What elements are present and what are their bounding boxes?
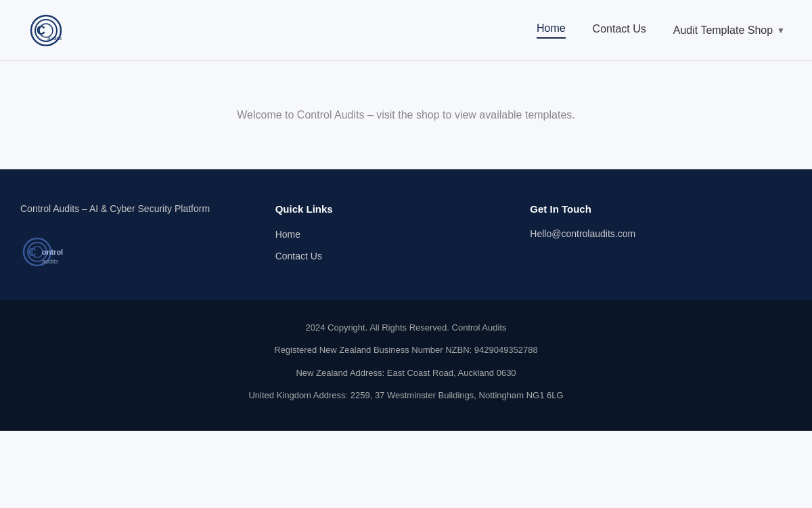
quick-links-list: Home Contact Us (275, 228, 517, 262)
svg-text:ontrol: ontrol (42, 248, 63, 256)
nzbn-text: Registered New Zealand Business Number N… (14, 342, 798, 358)
main-nav: Home Contact Us Audit Template Shop ▼ (537, 22, 785, 39)
welcome-message: Welcome to Control Audits – visit the sh… (237, 109, 575, 121)
list-item: Contact Us (275, 250, 517, 262)
footer-nav-home[interactable]: Home (275, 229, 300, 240)
site-footer: Control Audits – AI & Cyber Security Pla… (0, 169, 812, 431)
footer-logo-icon: C ontrol audits (20, 234, 74, 272)
logo-icon: C audits (27, 10, 68, 51)
footer-top: Control Audits – AI & Cyber Security Pla… (0, 169, 812, 299)
footer-brand-tagline: Control Audits – AI & Cyber Security Pla… (20, 203, 262, 214)
uk-address: United Kingdom Address: 2259, 37 Westmin… (14, 387, 798, 403)
svg-text:C: C (37, 24, 45, 37)
footer-logo: C ontrol audits (20, 234, 262, 272)
nav-home[interactable]: Home (537, 22, 566, 39)
svg-text:audits: audits (47, 35, 62, 41)
footer-contact: Get In Touch Hello@controlaudits.com (530, 203, 771, 272)
nav-shop-dropdown[interactable]: Audit Template Shop ▼ (673, 24, 785, 37)
contact-heading: Get In Touch (530, 203, 771, 215)
svg-text:audits: audits (42, 258, 59, 265)
footer-nav-contact[interactable]: Contact Us (275, 251, 322, 261)
nav-shop-label: Audit Template Shop (673, 24, 773, 37)
site-header: C audits Home Contact Us Audit Template … (0, 0, 812, 61)
list-item: Home (275, 228, 517, 240)
footer-quick-links: Quick Links Home Contact Us (275, 203, 517, 272)
contact-email: Hello@controlaudits.com (530, 228, 771, 239)
nav-contact[interactable]: Contact Us (593, 23, 646, 38)
footer-brand: Control Audits – AI & Cyber Security Pla… (20, 203, 262, 272)
logo-area: C audits (27, 10, 68, 51)
copyright-text: 2024 Copyright. All Rights Reserved. Con… (14, 320, 798, 335)
chevron-down-icon: ▼ (777, 26, 785, 35)
main-content: Welcome to Control Audits – visit the sh… (0, 61, 812, 169)
footer-bottom: 2024 Copyright. All Rights Reserved. Con… (0, 299, 812, 431)
svg-text:C: C (28, 247, 37, 258)
nz-address: New Zealand Address: East Coast Road, Au… (14, 365, 798, 381)
quick-links-heading: Quick Links (275, 203, 517, 215)
